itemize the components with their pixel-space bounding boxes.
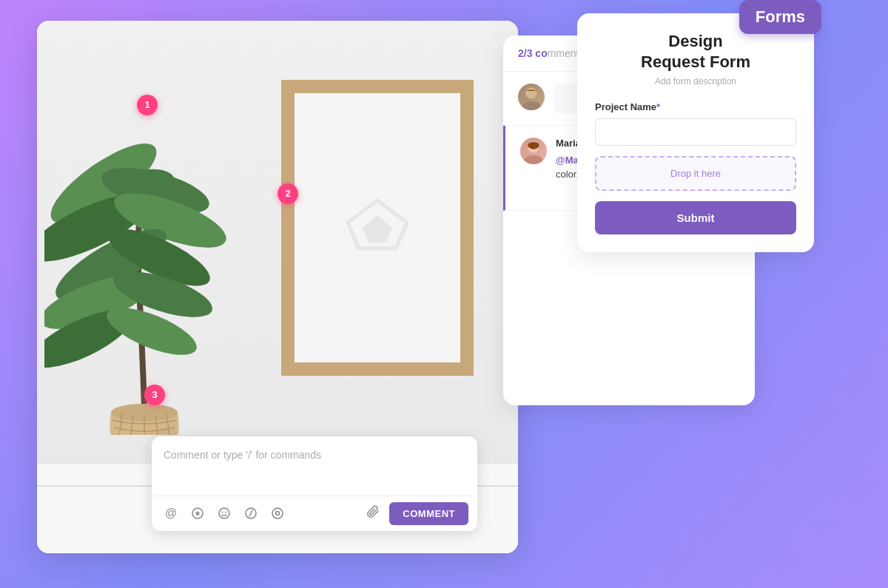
form-description: Add form description [595,76,796,87]
svg-point-19 [276,512,280,516]
annotation-pin-2[interactable]: 2 [278,183,298,204]
right-panels: 2/3 comments [503,36,755,405]
star-emoji-icon[interactable] [187,503,208,524]
comment-submit-button[interactable]: COMMENT [389,502,468,525]
submit-button[interactable]: Submit [595,201,796,234]
svg-point-18 [272,508,283,518]
frame-border [281,80,474,376]
comment-box: Comment or type '/' for commands @ [152,436,477,531]
annotation-pin-1[interactable]: 1 [137,95,158,115]
comment-toolbar: @ [152,496,477,531]
main-container: 1 2 3 Comment or type '/' for commands @ [37,21,851,568]
comment-input-area[interactable]: Comment or type '/' for commands [152,436,477,496]
emoji-icon[interactable] [214,503,235,524]
forms-panel: Forms DesignRequest Form Add form descri… [577,13,814,252]
comments-count-separator: /3 co [524,47,548,59]
forms-badge: Forms [739,0,821,34]
required-indicator: * [656,101,660,112]
image-panel: 1 2 3 Comment or type '/' for commands @ [37,21,518,553]
svg-point-15 [222,512,223,513]
drop-zone[interactable]: Drop it here [595,156,796,191]
form-title: DesignRequest Form [595,31,796,73]
frame-artwork [281,80,474,376]
mention-icon[interactable]: @ [161,503,181,524]
slash-command-icon[interactable] [240,503,261,524]
frame-logo [340,197,414,259]
circle-dot-icon[interactable] [267,503,288,524]
avatar-male [518,84,545,110]
avatar-female [520,138,547,164]
svg-point-14 [219,508,229,518]
attach-icon[interactable] [367,505,380,522]
project-name-input[interactable] [595,118,796,146]
svg-point-16 [226,512,227,513]
image-background: 1 2 3 Comment or type '/' for commands @ [37,21,518,553]
annotation-pin-3[interactable]: 3 [144,385,165,405]
comment-placeholder: Comment or type '/' for commands [164,449,321,461]
comments-count: 2 [518,47,524,59]
project-name-label: Project Name* [595,101,796,112]
